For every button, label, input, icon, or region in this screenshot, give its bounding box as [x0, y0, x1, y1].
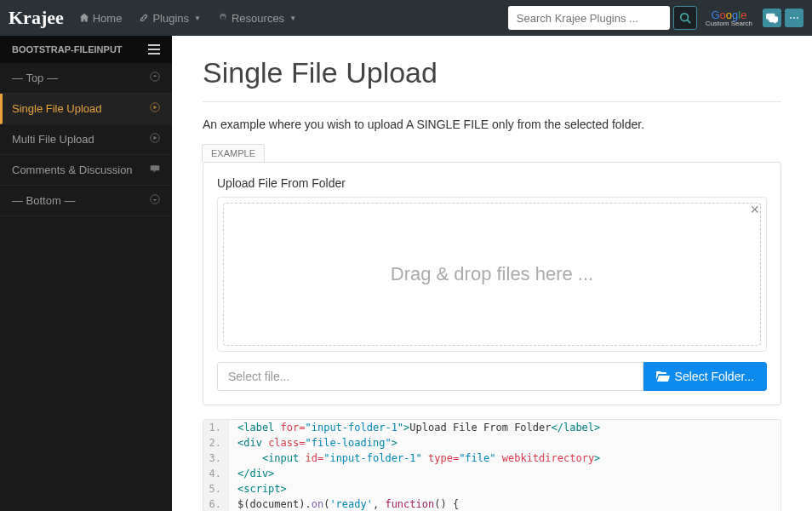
search-icon	[679, 12, 691, 24]
nav-plugins[interactable]: Plugins ▼	[132, 7, 208, 30]
page-title: Single File Upload	[203, 56, 781, 89]
code-line: 4.</div>	[203, 466, 781, 481]
more-icon-button[interactable]: ⋯	[785, 9, 803, 27]
line-code: $(document).on('ready', function() {	[229, 497, 467, 511]
brand-logo[interactable]: Krajee	[9, 7, 64, 29]
google-logo: Google	[706, 9, 752, 20]
sidebar-title: BOOTSTRAP-FILEINPUT	[12, 44, 123, 55]
line-number: 6.	[203, 497, 229, 511]
example-panel: EXAMPLE Upload File From Folder × Drag &…	[203, 145, 781, 511]
sidebar-header: BOOTSTRAP-FILEINPUT	[0, 36, 172, 63]
top-action-icons: ⋯	[763, 9, 803, 27]
line-number: 4.	[203, 466, 229, 481]
ellipsis-icon: ⋯	[789, 12, 799, 24]
code-line: 6.$(document).on('ready', function() {	[203, 497, 781, 511]
code-line: 2.<div class="file-loading">	[203, 435, 781, 451]
nav-label: Plugins	[152, 12, 189, 25]
nav-resources[interactable]: Resources ▼	[211, 7, 303, 30]
sidebar-item-label: — Top —	[12, 72, 58, 84]
control-label: Upload File From Folder	[217, 176, 767, 190]
down-icon	[150, 194, 160, 207]
example-tag: EXAMPLE	[202, 144, 265, 162]
sidebar-item-3[interactable]: Comments & Discussion	[0, 155, 172, 186]
folder-open-icon	[656, 370, 670, 382]
file-input-group: Select file... Select Folder...	[217, 362, 767, 391]
line-code: </div>	[229, 466, 283, 481]
search-button[interactable]	[673, 6, 697, 30]
sidebar-item-label: — Bottom —	[12, 194, 75, 207]
line-number: 5.	[203, 481, 229, 497]
custom-search-label: Custom Search	[706, 20, 752, 27]
play-icon	[150, 102, 160, 115]
dropzone-text: Drag & drop files here ...	[391, 263, 593, 285]
comment-icon	[150, 164, 160, 176]
sidebar-item-label: Multi File Upload	[12, 133, 94, 146]
divider	[203, 101, 781, 102]
hamburger-icon[interactable]	[148, 44, 160, 55]
search-area: Google Custom Search ⋯	[508, 6, 803, 30]
up-icon	[150, 72, 160, 84]
dropzone[interactable]: Drag & drop files here ...	[223, 203, 761, 346]
top-navbar: Krajee Home Plugins ▼ Resources ▼ Google…	[0, 0, 812, 36]
line-code: <div class="file-loading">	[229, 435, 406, 451]
home-icon	[79, 13, 89, 23]
sidebar-item-2[interactable]: Multi File Upload	[0, 124, 172, 155]
svg-point-0	[681, 14, 689, 21]
gear-icon	[218, 13, 228, 23]
browse-button[interactable]: Select Folder...	[643, 362, 767, 391]
close-button[interactable]: ×	[750, 201, 759, 219]
link-icon	[139, 13, 149, 23]
sidebar-item-1[interactable]: Single File Upload	[0, 94, 172, 124]
line-code: <input id="input-folder-1" type="file" w…	[229, 451, 609, 466]
code-line: 3. <input id="input-folder-1" type="file…	[203, 451, 781, 466]
file-preview-container: × Drag & drop files here ...	[217, 197, 767, 352]
line-number: 2.	[203, 435, 229, 451]
sidebar-item-label: Comments & Discussion	[12, 164, 133, 176]
sidebar-item-4[interactable]: — Bottom —	[0, 186, 172, 216]
nav-links: Home Plugins ▼ Resources ▼	[72, 7, 508, 30]
nav-label: Home	[93, 12, 123, 25]
line-code: <label for="input-folder-1">Upload File …	[229, 420, 609, 435]
code-line: 5.<script>	[203, 481, 781, 497]
code-line: 1.<label for="input-folder-1">Upload Fil…	[203, 420, 781, 435]
main-content: Single File Upload An example where you …	[172, 36, 812, 511]
google-custom-search[interactable]: Google Custom Search	[706, 9, 752, 27]
browse-label: Select Folder...	[675, 370, 754, 383]
play-icon	[150, 133, 160, 146]
sidebar-item-0[interactable]: — Top —	[0, 63, 172, 94]
nav-label: Resources	[232, 12, 284, 25]
intro-text: An example where you wish to upload A SI…	[203, 118, 781, 131]
sidebar: BOOTSTRAP-FILEINPUT — Top —Single File U…	[0, 36, 172, 511]
sidebar-item-label: Single File Upload	[12, 102, 102, 115]
line-code: <script>	[229, 481, 295, 497]
code-block: 1.<label for="input-folder-1">Upload Fil…	[203, 419, 781, 511]
chat-icon	[766, 12, 778, 24]
search-input[interactable]	[508, 6, 670, 30]
caret-down-icon: ▼	[289, 14, 296, 22]
line-number: 1.	[203, 420, 229, 435]
line-number: 3.	[203, 451, 229, 466]
nav-home[interactable]: Home	[72, 7, 129, 30]
chat-icon-button[interactable]	[763, 9, 781, 27]
caret-down-icon: ▼	[194, 14, 201, 22]
file-caption[interactable]: Select file...	[217, 362, 643, 391]
